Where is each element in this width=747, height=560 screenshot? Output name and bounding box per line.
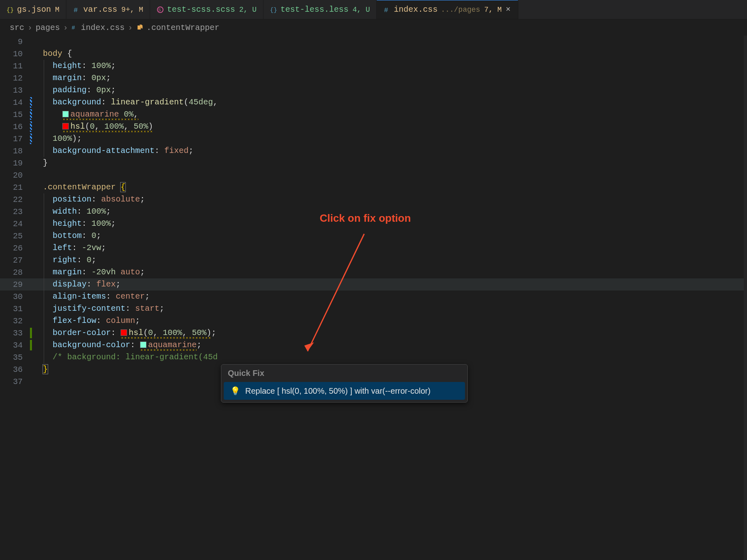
line-number: 24 <box>0 219 32 229</box>
breadcrumb-file[interactable]: index.css <box>81 23 125 32</box>
line-number: 34 <box>0 341 32 350</box>
code-line[interactable]: 26 left: -2vw; <box>0 242 747 254</box>
code-content: /* background: linear-gradient(45d… <box>32 351 223 363</box>
code-line[interactable]: 25 bottom: 0; <box>0 230 747 242</box>
code-line[interactable]: 24 height: 100%; <box>0 218 747 230</box>
tab-filename: index.css <box>394 5 437 14</box>
tab-test-scss-scss[interactable]: Stest-scss.scss2, U <box>150 0 263 19</box>
code-content: right: 0; <box>32 254 96 266</box>
code-content: bottom: 0; <box>32 230 101 242</box>
line-number: 33 <box>0 329 32 338</box>
code-content: background: linear-gradient(45deg, <box>32 96 218 108</box>
code-line[interactable]: 14 background: linear-gradient(45deg, <box>0 96 747 108</box>
lightbulb-icon: 💡 <box>230 386 240 396</box>
code-line[interactable]: 23 width: 100%; <box>0 206 747 218</box>
line-number: 26 <box>0 244 32 253</box>
line-number: 25 <box>0 231 32 241</box>
breadcrumb-segment[interactable]: pages <box>36 23 60 32</box>
code-content: aquamarine 0%, <box>32 108 138 121</box>
tab-status-badge: 7, M <box>484 6 502 14</box>
code-line[interactable]: 16 hsl(0, 100%, 50%) <box>0 121 747 133</box>
close-icon[interactable]: × <box>505 5 511 14</box>
line-number: 15 <box>0 110 32 119</box>
breadcrumb-segment[interactable]: src <box>10 23 24 32</box>
code-line[interactable]: 32 flex-flow: column; <box>0 315 747 327</box>
code-line[interactable]: 34 background-color: aquamarine; <box>0 339 747 351</box>
svg-text:#: # <box>72 25 75 31</box>
code-line[interactable]: 9 <box>0 36 747 48</box>
code-content: flex-flow: column; <box>32 315 140 327</box>
code-line[interactable]: 31 justify-content: start; <box>0 303 747 315</box>
editor-tabs: {}gs.jsonM#var.css9+, MStest-scss.scss2,… <box>0 0 747 19</box>
minimap[interactable] <box>744 36 747 560</box>
code-content: body { <box>32 48 72 60</box>
svg-text:{}: {} <box>6 7 14 13</box>
line-number: 13 <box>0 86 32 95</box>
line-number: 20 <box>0 171 32 180</box>
code-line[interactable]: 33 border-color: hsl(0, 100%, 50%); <box>0 327 747 339</box>
code-content: background-color: aquamarine; <box>32 339 202 351</box>
tab-filename: test-less.less <box>280 5 348 14</box>
line-number: 36 <box>0 365 32 374</box>
line-number: 22 <box>0 195 32 204</box>
code-line[interactable]: 15 aquamarine 0%, <box>0 108 747 121</box>
code-line[interactable]: 13 padding: 0px; <box>0 84 747 96</box>
line-number: 14 <box>0 98 32 107</box>
code-content: position: absolute; <box>32 193 145 206</box>
tab-filename: gs.json <box>17 5 51 14</box>
code-line[interactable]: 30 align-items: center; <box>0 291 747 303</box>
line-number: 16 <box>0 122 32 132</box>
code-line[interactable]: 27 right: 0; <box>0 254 747 266</box>
code-line[interactable]: 19} <box>0 157 747 169</box>
line-number: 12 <box>0 74 32 83</box>
breadcrumb[interactable]: src › pages › # index.css › .contentWrap… <box>0 19 747 36</box>
gutter-change-marker <box>30 109 32 120</box>
code-line[interactable]: 10body { <box>0 48 747 60</box>
code-line[interactable]: 21.contentWrapper { <box>0 181 747 193</box>
line-number: 30 <box>0 292 32 301</box>
code-content: align-items: center; <box>32 291 150 303</box>
tab-status-badge: 9+, M <box>121 6 143 14</box>
code-line[interactable]: 28 margin: -20vh auto; <box>0 266 747 278</box>
tab-var-css[interactable]: #var.css9+, M <box>66 0 150 19</box>
tab-status-badge: 2, U <box>239 6 257 14</box>
css-file-icon: # <box>73 6 80 13</box>
gutter-change-marker <box>30 97 32 108</box>
line-number: 21 <box>0 183 32 192</box>
line-number: 29 <box>0 280 32 289</box>
tab-filename: var.css <box>83 5 117 14</box>
less-file-icon: {} <box>270 6 277 13</box>
line-number: 28 <box>0 268 32 277</box>
code-line[interactable]: 22 position: absolute; <box>0 193 747 206</box>
tab-gs-json[interactable]: {}gs.jsonM <box>0 0 66 19</box>
tab-index-css[interactable]: #index.css.../pages7, M× <box>377 0 518 19</box>
svg-text:S: S <box>158 8 161 13</box>
quick-fix-action[interactable]: 💡 Replace [ hsl(0, 100%, 50%) ] with var… <box>224 382 465 400</box>
line-number: 19 <box>0 159 32 168</box>
css-file-icon: # <box>71 24 78 31</box>
code-line[interactable]: 12 margin: 0px; <box>0 72 747 84</box>
line-number: 10 <box>0 49 32 59</box>
quick-fix-action-label: Replace [ hsl(0, 100%, 50%) ] with var(-… <box>245 386 431 396</box>
chevron-right-icon: › <box>128 23 133 32</box>
tab-filename: test-scss.scss <box>167 5 235 14</box>
symbol-class-icon <box>136 24 143 31</box>
breadcrumb-symbol[interactable]: .contentWrapper <box>146 23 219 32</box>
code-line[interactable]: 29 display: flex; <box>0 278 747 291</box>
code-content: display: flex; <box>32 278 121 291</box>
code-content: height: 100%; <box>32 60 116 72</box>
code-line[interactable]: 11 height: 100%; <box>0 60 747 72</box>
code-line[interactable]: 17 100%); <box>0 133 747 145</box>
line-number: 17 <box>0 134 32 144</box>
code-content: } <box>32 157 48 169</box>
code-editor[interactable]: 910body {11 height: 100%;12 margin: 0px;… <box>0 36 747 560</box>
code-line[interactable]: 35 /* background: linear-gradient(45d… <box>0 351 747 363</box>
tab-test-less-less[interactable]: {}test-less.less4, U <box>263 0 377 19</box>
code-content: hsl(0, 100%, 50%) <box>32 121 153 133</box>
code-content: height: 100%; <box>32 218 116 230</box>
line-number: 23 <box>0 207 32 216</box>
code-line[interactable]: 20 <box>0 169 747 181</box>
line-number: 31 <box>0 304 32 314</box>
quick-fix-popup: Quick Fix 💡 Replace [ hsl(0, 100%, 50%) … <box>221 364 468 403</box>
code-line[interactable]: 18 background-attachment: fixed; <box>0 145 747 157</box>
